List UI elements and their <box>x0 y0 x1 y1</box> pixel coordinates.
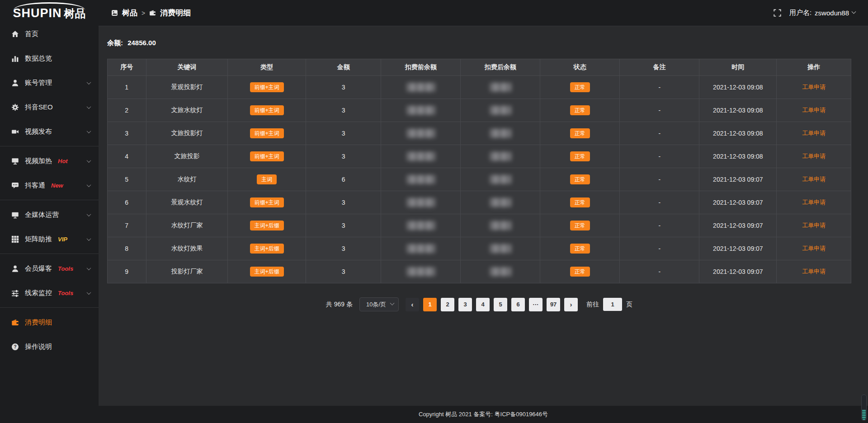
user-menu[interactable]: 用户名: zswodun88 <box>789 9 855 17</box>
prev-page-button[interactable]: ‹ <box>406 298 419 311</box>
next-page-button[interactable]: › <box>564 298 578 311</box>
grid-icon <box>11 235 19 243</box>
sidebar-item-home[interactable]: 首页 <box>0 22 99 46</box>
cell-keyword: 景观投影灯 <box>146 76 228 99</box>
page-button[interactable]: 1 <box>423 298 437 311</box>
work-order-link[interactable]: 工单申请 <box>802 176 826 183</box>
chevron-down-icon <box>852 9 856 14</box>
type-badge: 主词+后缀 <box>250 221 284 230</box>
cell-keyword: 水纹灯效果 <box>146 237 228 260</box>
status-badge: 正常 <box>570 82 590 92</box>
page-button[interactable]: 2 <box>441 298 454 311</box>
work-order-link[interactable]: 工单申请 <box>802 84 826 90</box>
redacted-value <box>406 267 435 276</box>
cell-time: 2021-12-03 09:08 <box>699 76 777 99</box>
cell-remark: - <box>620 237 699 260</box>
column-header: 金额 <box>306 59 381 76</box>
cell-amount: 3 <box>306 214 381 237</box>
sidebar-item-account-mgmt[interactable]: 账号管理 <box>0 70 99 95</box>
app-logo: SHUPIN 树品 <box>0 0 99 21</box>
status-badge: 正常 <box>570 221 590 230</box>
work-order-link[interactable]: 工单申请 <box>802 268 826 275</box>
status-badge: 正常 <box>570 197 590 207</box>
breadcrumb: 树品 > 消费明细 <box>111 8 191 18</box>
page-button[interactable]: 5 <box>494 298 507 311</box>
chevron-down-icon <box>390 301 395 306</box>
cell-index: 6 <box>108 191 146 214</box>
work-order-link[interactable]: 工单申请 <box>802 153 826 160</box>
cell-remark: - <box>620 99 699 122</box>
cell-balance-before <box>381 168 461 191</box>
cell-remark: - <box>620 168 699 191</box>
sidebar-item-member-burst[interactable]: 会员爆客 Tools <box>0 256 99 281</box>
user-solid-icon <box>11 265 19 273</box>
page-button[interactable]: ··· <box>529 298 542 311</box>
sidebar-item-matrix-boost[interactable]: 矩阵助推 VIP <box>0 227 99 251</box>
sidebar-item-label: 消费明细 <box>25 318 52 327</box>
sidebar-item-douyin-seo[interactable]: 抖音SEO <box>0 95 99 119</box>
user-icon <box>11 79 19 87</box>
column-header: 扣费前余额 <box>381 59 461 76</box>
sidebar-item-label: 抖音SEO <box>25 103 53 112</box>
work-order-link[interactable]: 工单申请 <box>802 107 826 113</box>
cell-index: 1 <box>108 76 146 99</box>
sidebar-item-video-publish[interactable]: 视频发布 <box>0 119 99 144</box>
goto-suffix: 页 <box>626 301 632 309</box>
column-header: 关键词 <box>146 59 228 76</box>
page-button[interactable]: 6 <box>511 298 525 311</box>
table-row: 5 水纹灯 主词 6 正常 - 2021-12-03 09:07 工单申请 <box>108 168 851 191</box>
table-row: 3 文旅投影灯 前缀+主词 3 正常 - 2021-12-03 09:08 工单… <box>108 122 851 145</box>
page-button[interactable]: 97 <box>547 298 560 311</box>
sidebar-item-label: 数据总览 <box>25 54 52 63</box>
table-body: 1 景观投影灯 前缀+主词 3 正常 - 2021-12-03 09:08 工单… <box>108 76 851 283</box>
redacted-value <box>490 244 511 253</box>
page-size-select[interactable]: 10条/页 <box>359 297 399 311</box>
status-badge: 正常 <box>570 105 590 115</box>
sidebar-item-label: 抖客通 <box>25 181 45 190</box>
sidebar-item-all-media[interactable]: 全媒体运营 <box>0 202 99 227</box>
page-button[interactable]: 4 <box>476 298 490 311</box>
sidebar-item-video-heat[interactable]: 视频加热 Hot <box>0 149 99 173</box>
sidebar-item-consumption-detail[interactable]: 消费明细 <box>0 310 99 334</box>
goto-page-input[interactable] <box>603 298 622 311</box>
sidebar-item-instructions[interactable]: ? 操作说明 <box>0 334 99 359</box>
cell-amount: 3 <box>306 122 381 145</box>
breadcrumb-home[interactable]: 树品 <box>122 8 137 18</box>
cell-amount: 3 <box>306 260 381 283</box>
cell-balance-before <box>381 191 461 214</box>
menu-divider <box>0 254 99 254</box>
redacted-value <box>406 152 435 161</box>
sidebar-item-douketong[interactable]: 抖客通 New <box>0 173 99 197</box>
work-order-link[interactable]: 工单申请 <box>802 245 826 252</box>
chevron-down-icon <box>87 158 91 163</box>
scrollbar-widget[interactable] <box>861 395 867 421</box>
cell-index: 2 <box>108 99 146 122</box>
logo-text-cn: 树品 <box>64 6 86 21</box>
footer: Copyright 树品 2021 备案号: 粤ICP备09019646号 <box>99 406 868 423</box>
hot-tag: Hot <box>58 158 68 164</box>
redacted-value <box>490 83 511 92</box>
monitor-icon <box>11 211 19 219</box>
sidebar-item-lead-monitor[interactable]: 线索监控 Tools <box>0 281 99 305</box>
cell-balance-after <box>461 191 540 214</box>
redacted-value <box>490 175 511 184</box>
sidebar-item-data-overview[interactable]: 数据总览 <box>0 46 99 70</box>
scrollbar-stripes <box>862 410 866 420</box>
fullscreen-icon[interactable] <box>774 9 781 17</box>
cell-time: 2021-12-03 09:07 <box>699 168 777 191</box>
cell-keyword: 文旅投影 <box>146 145 228 168</box>
cell-balance-before <box>381 214 461 237</box>
app-icon <box>111 9 118 16</box>
cell-keyword: 景观水纹灯 <box>146 191 228 214</box>
redacted-value <box>490 106 511 115</box>
sidebar-item-label: 全媒体运营 <box>25 211 59 219</box>
work-order-link[interactable]: 工单申请 <box>802 130 826 136</box>
page-button[interactable]: 3 <box>458 298 472 311</box>
work-order-link[interactable]: 工单申请 <box>802 222 826 229</box>
work-order-link[interactable]: 工单申请 <box>802 199 826 206</box>
type-badge: 前缀+主词 <box>250 105 284 115</box>
chevron-down-icon <box>87 104 91 109</box>
cell-remark: - <box>620 214 699 237</box>
cell-balance-before <box>381 122 461 145</box>
cell-balance-after <box>461 214 540 237</box>
